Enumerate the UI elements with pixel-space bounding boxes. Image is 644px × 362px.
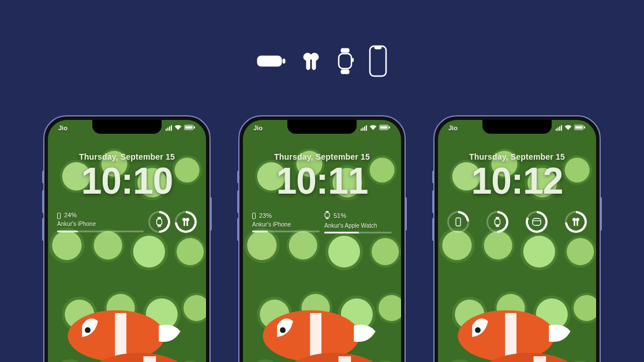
device-name: Ankur's iPhone [57,221,144,228]
svg-rect-39 [575,126,583,129]
svg-rect-28 [389,126,390,129]
status-bar: Jio [243,125,401,131]
signal-icon [556,125,562,131]
carrier-label: Jio [58,125,68,131]
battery-widget-bar[interactable]: 23% Ankur's iPhone [252,212,320,232]
svg-rect-0 [257,56,282,66]
svg-rect-7 [375,46,381,49]
battery-widget-ring-airpods-case[interactable] [526,211,548,233]
iphone-icon [252,213,256,219]
lockscreen-widgets: 24% Ankur's iPhone [57,211,197,233]
battery-widget-bar[interactable]: 24% Ankur's iPhone [57,212,144,232]
phone-mockup: Jio Thursday, September 15 10:10 [43,115,211,362]
svg-rect-27 [380,126,388,129]
svg-rect-4 [341,70,349,74]
svg-rect-18 [158,217,161,219]
svg-rect-5 [352,58,354,62]
battery-widget-ring-airpods[interactable] [175,211,197,233]
status-bar: Jio [48,125,206,131]
carrier-label: Jio [448,125,458,131]
header-device-icons [257,45,387,77]
device-name: Ankur's Apple Watch [324,223,392,230]
svg-rect-29 [325,213,330,217]
battery-status-icon [574,125,586,131]
wifi-icon [564,125,572,131]
apple-watch-icon [336,48,354,74]
lockscreen-time: 10:12 [438,163,596,199]
svg-rect-15 [185,126,193,129]
wifi-icon [369,125,377,131]
svg-rect-45 [533,218,541,225]
svg-rect-3 [341,48,349,52]
svg-rect-43 [496,217,499,219]
svg-rect-44 [496,225,499,227]
battery-status-icon [379,125,391,131]
wifi-icon [174,125,182,131]
lockscreen-widgets: 23% Ankur's iPhone 51% Ankur's Apple Wat… [252,211,392,233]
svg-rect-16 [194,126,195,129]
battery-icon [257,54,286,69]
battery-widget-bar[interactable]: 51% Ankur's Apple Watch [324,211,392,233]
svg-rect-19 [158,225,161,227]
lockscreen-time: 10:10 [48,163,206,199]
iphone-icon [369,45,387,77]
phones-row: Jio Thursday, September 15 10:10 [0,115,644,362]
svg-rect-17 [157,219,162,225]
svg-rect-30 [326,211,329,213]
phone-mockup: Jio Thursday, September 15 10:12 [433,115,601,362]
svg-rect-41 [456,218,460,226]
status-bar: Jio [438,125,596,131]
airpods-icon [301,51,321,71]
carrier-label: Jio [253,125,263,131]
svg-rect-2 [339,54,351,69]
battery-widget-ring-watch[interactable] [486,211,508,233]
svg-rect-6 [370,46,386,76]
battery-widget-ring-iphone[interactable] [447,211,469,233]
battery-percent: 24% [64,212,77,220]
lockscreen-widgets [447,211,587,233]
phone-mockup: Jio Thursday, September 15 10:11 23% An [238,115,406,362]
battery-percent: 51% [334,212,346,220]
lockscreen-time: 10:11 [243,163,401,199]
battery-percent: 23% [259,212,272,220]
signal-icon [166,125,172,131]
battery-widget-ring-airpods[interactable] [565,211,587,233]
device-name: Ankur's iPhone [252,221,320,229]
iphone-icon [57,213,61,219]
battery-widget-ring-watch[interactable] [148,211,170,233]
battery-status-icon [184,125,196,131]
svg-rect-40 [584,126,585,129]
svg-rect-42 [495,219,500,225]
signal-icon [361,125,367,131]
svg-rect-1 [283,59,285,63]
apple-watch-icon [324,211,330,221]
svg-rect-31 [326,218,329,220]
